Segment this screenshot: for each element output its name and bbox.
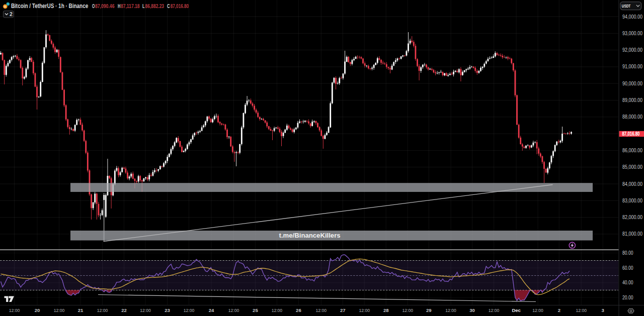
svg-text:2: 2 (10, 11, 13, 17)
svg-text:23: 23 (165, 307, 170, 313)
svg-text:O: O (92, 3, 95, 9)
svg-text:81,000.00: 81,000.00 (622, 231, 642, 237)
svg-text:91,000.00: 91,000.00 (622, 64, 642, 69)
svg-text:12:00: 12:00 (445, 307, 456, 313)
svg-text:12:00: 12:00 (316, 307, 327, 313)
svg-text:93,000.00: 93,000.00 (622, 31, 642, 36)
svg-text:USDT: USDT (622, 4, 631, 9)
svg-text:86,000.00: 86,000.00 (622, 148, 642, 153)
svg-text:80.00: 80.00 (622, 250, 633, 256)
svg-text:12:00: 12:00 (228, 307, 239, 313)
svg-text:12:00: 12:00 (359, 307, 370, 313)
svg-text:12:00: 12:00 (576, 307, 587, 313)
svg-text:t.me/BinanceKillers: t.me/BinanceKillers (279, 232, 341, 239)
svg-text:90,000.00: 90,000.00 (622, 81, 642, 86)
svg-text:26: 26 (296, 307, 301, 313)
svg-text:28: 28 (383, 307, 389, 313)
svg-text:21: 21 (78, 307, 84, 313)
svg-text:12:00: 12:00 (402, 307, 413, 313)
svg-text:3: 3 (602, 307, 604, 313)
svg-text:30: 30 (469, 307, 475, 313)
svg-text:87,016.80: 87,016.80 (622, 131, 640, 137)
svg-text:12:00: 12:00 (140, 307, 151, 313)
svg-text:2: 2 (558, 307, 560, 313)
svg-text:40.00: 40.00 (622, 280, 633, 285)
svg-text:83,000.00: 83,000.00 (622, 198, 642, 203)
svg-text:12:00: 12:00 (272, 307, 283, 313)
svg-text:12:00: 12:00 (54, 307, 65, 313)
svg-text:12:00: 12:00 (9, 307, 20, 313)
svg-text:29: 29 (426, 307, 432, 313)
svg-text:Bitcoin / TetherUS · 1h · Bina: Bitcoin / TetherUS · 1h · Binance (11, 3, 89, 10)
svg-text:C: C (167, 3, 170, 9)
svg-text:12:00: 12:00 (97, 307, 108, 313)
svg-text:87,117.18: 87,117.18 (121, 3, 140, 9)
svg-text:82,000.00: 82,000.00 (622, 215, 642, 220)
svg-text:22: 22 (121, 307, 127, 313)
svg-text:94,000.00: 94,000.00 (622, 14, 642, 20)
svg-text:89,000.00: 89,000.00 (622, 97, 642, 103)
svg-text:84,000.00: 84,000.00 (622, 181, 642, 187)
svg-text:25: 25 (253, 307, 258, 313)
svg-text:87,016.80: 87,016.80 (171, 3, 189, 9)
svg-text:12:00: 12:00 (184, 307, 195, 313)
svg-text:92,000.00: 92,000.00 (622, 47, 642, 53)
svg-text:27: 27 (340, 307, 346, 313)
svg-text:B: B (4, 5, 7, 8)
svg-text:12:00: 12:00 (532, 307, 543, 313)
svg-text:H: H (118, 3, 120, 9)
svg-text:60.00: 60.00 (622, 265, 633, 271)
svg-text:24: 24 (209, 307, 214, 313)
svg-text:85,000.00: 85,000.00 (622, 164, 642, 170)
svg-text:87,090.46: 87,090.46 (95, 3, 115, 9)
svg-text:88,000.00: 88,000.00 (622, 114, 642, 120)
svg-text:L: L (142, 3, 145, 9)
svg-text:20: 20 (35, 307, 40, 313)
svg-text:12:00: 12:00 (489, 307, 500, 313)
svg-text:Dec: Dec (512, 307, 520, 313)
svg-text:86,882.23: 86,882.23 (145, 3, 164, 9)
svg-text:20.00: 20.00 (622, 295, 633, 300)
